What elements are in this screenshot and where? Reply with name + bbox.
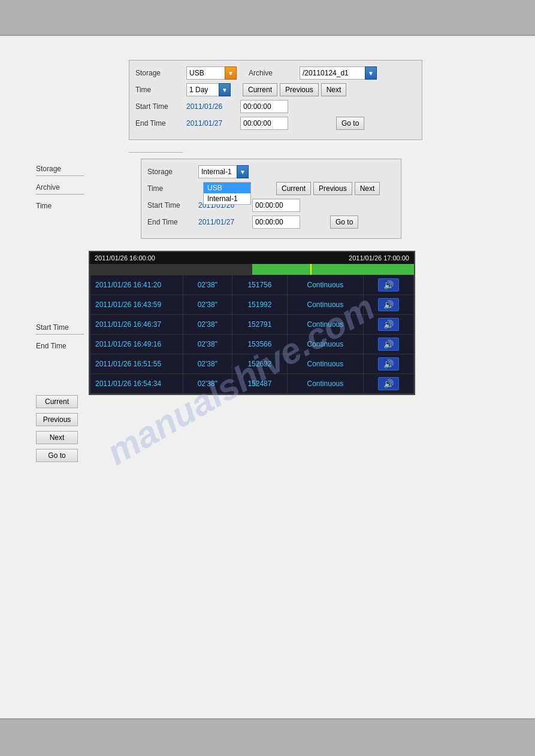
sound-button[interactable]: 🔊 (378, 298, 399, 311)
p2-storage-label: Storage (147, 168, 198, 176)
rec-duration: 02'38" (183, 295, 232, 315)
table-row[interactable]: 2011/01/26 16:54:3402'38"152487Continuou… (90, 374, 414, 394)
rec-sound[interactable]: 🔊 (363, 295, 414, 315)
rec-type: Continuous (288, 275, 363, 295)
speaker-icon: 🔊 (383, 339, 394, 349)
sound-button[interactable]: 🔊 (378, 278, 399, 292)
rec-sound[interactable]: 🔊 (363, 275, 414, 295)
p2-storage-select-group[interactable]: ▼ (198, 165, 249, 178)
rec-type: Continuous (288, 295, 363, 315)
sound-button[interactable]: 🔊 (378, 318, 399, 331)
rec-duration: 02'38" (183, 354, 232, 374)
archive-label: Archive (249, 69, 300, 77)
rec-duration: 02'38" (183, 374, 232, 394)
timeline-cursor (310, 264, 312, 275)
storage-select-group[interactable]: ▼ (186, 66, 237, 80)
time-label: Time (135, 86, 186, 94)
table-row[interactable]: 2011/01/26 16:46:3702'38"152791Continuou… (90, 315, 414, 335)
sidebar-storage-label: Storage Archive Time (36, 165, 84, 212)
speaker-icon: 🔊 (383, 320, 394, 329)
start-time-date: 2011/01/26 (186, 102, 240, 111)
rec-duration: 02'38" (183, 335, 232, 354)
timeline-fill (252, 264, 415, 275)
rec-datetime: 2011/01/26 16:43:59 (90, 295, 183, 315)
table-row[interactable]: 2011/01/26 16:43:5902'38"151992Continuou… (90, 295, 414, 315)
speaker-icon: 🔊 (383, 359, 394, 369)
separator-1 (129, 152, 183, 153)
p2-end-time-label: End Time (147, 218, 198, 226)
recording-panel: 2011/01/26 16:00:00 2011/01/26 17:00:00 … (89, 251, 415, 395)
rec-datetime: 2011/01/26 16:51:55 (90, 354, 183, 374)
p2-current-button[interactable]: Current (276, 182, 311, 195)
rec-size: 152791 (232, 315, 288, 335)
archive-arrow-icon[interactable]: ▼ (365, 66, 377, 80)
previous-button[interactable]: Previous (280, 83, 319, 96)
panel2: Storage ▼ USB Internal-1 Time Current Pr… (141, 159, 401, 239)
p2-start-time-label: Start Time (147, 201, 198, 210)
rec-sound[interactable]: 🔊 (363, 335, 414, 354)
timeline-header: 2011/01/26 16:00:00 2011/01/26 17:00:00 (90, 252, 414, 264)
top-bar (0, 0, 535, 36)
panel1: Storage ▼ Archive ▼ Time ▼ Current (129, 60, 422, 140)
left-current-button[interactable]: Current (36, 395, 78, 408)
rec-sound[interactable]: 🔊 (363, 374, 414, 394)
p2-end-time-input[interactable] (252, 215, 300, 229)
rec-size: 152487 (232, 374, 288, 394)
end-time-input[interactable] (240, 117, 288, 130)
end-time-date: 2011/01/27 (186, 119, 240, 127)
table-row[interactable]: 2011/01/26 16:51:5502'38"152692Continuou… (90, 354, 414, 374)
p2-storage-select[interactable] (198, 165, 237, 178)
p2-storage-arrow-icon[interactable]: ▼ (237, 165, 249, 178)
rec-duration: 02'38" (183, 315, 232, 335)
rec-size: 151756 (232, 275, 288, 295)
time-select-group[interactable]: ▼ (186, 83, 231, 96)
speaker-icon: 🔊 (383, 379, 394, 388)
speaker-icon: 🔊 (383, 300, 394, 309)
speaker-icon: 🔊 (383, 280, 394, 290)
left-previous-button[interactable]: Previous (36, 413, 78, 426)
rec-type: Continuous (288, 354, 363, 374)
table-row[interactable]: 2011/01/26 16:49:1602'38"153566Continuou… (90, 335, 414, 354)
time-select[interactable] (186, 83, 219, 96)
rec-sound[interactable]: 🔊 (363, 315, 414, 335)
left-next-button[interactable]: Next (36, 431, 78, 444)
bottom-bar (0, 718, 535, 756)
sidebar-starttime-label: Start Time End Time (36, 323, 84, 353)
p2-time-label: Time (147, 184, 198, 193)
storage-dropdown[interactable]: USB Internal-1 (203, 182, 251, 205)
archive-select[interactable] (300, 66, 365, 80)
storage-select[interactable] (186, 66, 225, 80)
next-button[interactable]: Next (321, 83, 347, 96)
left-goto-button[interactable]: Go to (36, 449, 78, 462)
left-buttons-group: Current Previous Next Go to (36, 395, 78, 467)
storage-arrow-icon[interactable]: ▼ (225, 66, 237, 80)
p2-next-button[interactable]: Next (355, 182, 380, 195)
rec-datetime: 2011/01/26 16:54:34 (90, 374, 183, 394)
timeline-end-label: 2011/01/26 17:00:00 (349, 254, 409, 262)
timeline-bar[interactable] (90, 264, 414, 275)
rec-datetime: 2011/01/26 16:49:16 (90, 335, 183, 354)
sound-button[interactable]: 🔊 (378, 357, 399, 371)
sound-button[interactable]: 🔊 (378, 338, 399, 351)
rec-size: 152692 (232, 354, 288, 374)
end-time-label: End Time (135, 119, 186, 127)
goto-button[interactable]: Go to (336, 117, 364, 130)
dropdown-usb[interactable]: USB (204, 183, 250, 193)
start-time-label: Start Time (135, 102, 186, 111)
table-row[interactable]: 2011/01/26 16:41:2002'38"151756Continuou… (90, 275, 414, 295)
p2-start-time-input[interactable] (252, 199, 300, 212)
dropdown-internal1[interactable]: Internal-1 (204, 193, 250, 204)
rec-size: 153566 (232, 335, 288, 354)
rec-size: 151992 (232, 295, 288, 315)
archive-select-group[interactable]: ▼ (300, 66, 377, 80)
time-arrow-icon[interactable]: ▼ (219, 83, 231, 96)
p2-previous-button[interactable]: Previous (313, 182, 352, 195)
start-time-input[interactable] (240, 100, 288, 113)
p2-goto-button[interactable]: Go to (330, 215, 358, 229)
current-button[interactable]: Current (243, 83, 277, 96)
rec-type: Continuous (288, 315, 363, 335)
recording-table: 2011/01/26 16:41:2002'38"151756Continuou… (90, 275, 414, 394)
rec-datetime: 2011/01/26 16:46:37 (90, 315, 183, 335)
sound-button[interactable]: 🔊 (378, 377, 399, 390)
rec-sound[interactable]: 🔊 (363, 354, 414, 374)
